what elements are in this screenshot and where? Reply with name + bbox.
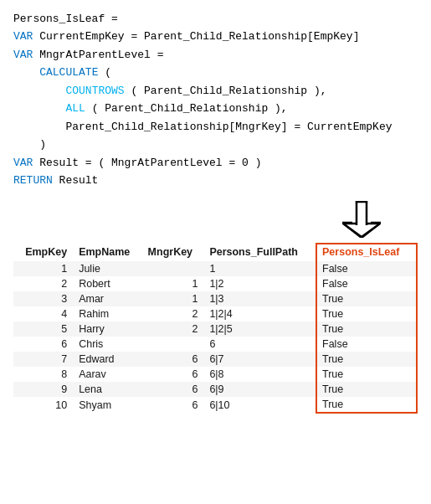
- cell-mngrkey: [143, 261, 205, 276]
- code-line-7: Parent_Child_Relationship[MngrKey] = Cur…: [13, 118, 418, 136]
- cell-empname: Julie: [74, 261, 142, 276]
- cell-isleaf: True: [316, 306, 417, 321]
- cell-fullpath: 1: [204, 261, 316, 276]
- cell-isleaf: True: [316, 352, 417, 367]
- cell-fullpath: 6|9: [204, 382, 316, 397]
- cell-empkey: 5: [13, 321, 74, 337]
- code-line-8: ): [13, 136, 418, 153]
- cell-empname: Rahim: [74, 306, 142, 321]
- code-block: Persons_IsLeaf = VAR CurrentEmpKey = Par…: [0, 0, 431, 198]
- code-line-5: COUNTROWS ( Parent_Child_Relationship ),: [13, 82, 418, 100]
- cell-empname: Shyam: [74, 397, 142, 413]
- cell-fullpath: 1|3: [204, 291, 316, 306]
- cell-empname: Robert: [74, 276, 142, 291]
- code-line-4: CALCULATE (: [13, 64, 418, 81]
- col-header-fullpath: Persons_FullPath: [204, 244, 316, 261]
- cell-empkey: 1: [13, 261, 74, 276]
- table-body: 1 Julie 1 False 2 Robert 1 1|2 False 3 A…: [13, 261, 417, 413]
- cell-isleaf: False: [316, 276, 417, 291]
- cell-empkey: 9: [13, 382, 74, 397]
- cell-empname: Edward: [74, 352, 142, 367]
- cell-fullpath: 6|10: [204, 397, 316, 413]
- data-table: EmpKey EmpName MngrKey Persons_FullPath …: [13, 243, 418, 414]
- table-row: 10 Shyam 6 6|10 True: [13, 397, 417, 413]
- cell-mngrkey: 1: [143, 276, 205, 291]
- code-line-6: ALL ( Parent_Child_Relationship ),: [13, 100, 418, 117]
- table-row: 5 Harry 2 1|2|5 True: [13, 321, 417, 337]
- cell-empkey: 8: [13, 367, 74, 382]
- table-row: 7 Edward 6 6|7 True: [13, 352, 417, 367]
- cell-mngrkey: 6: [143, 382, 205, 397]
- cell-mngrkey: 6: [143, 367, 205, 382]
- cell-fullpath: 6|7: [204, 352, 316, 367]
- cell-empkey: 2: [13, 276, 74, 291]
- col-header-empkey: EmpKey: [13, 244, 74, 261]
- cell-empname: Harry: [74, 321, 142, 337]
- cell-empname: Amar: [74, 291, 142, 306]
- code-line-10: RETURN Result: [13, 172, 418, 189]
- cell-mngrkey: 2: [143, 321, 205, 337]
- cell-isleaf: False: [316, 261, 417, 276]
- cell-empkey: 4: [13, 306, 74, 321]
- table-row: 1 Julie 1 False: [13, 261, 417, 276]
- cell-empkey: 10: [13, 397, 74, 413]
- cell-fullpath: 1|2|4: [204, 306, 316, 321]
- cell-mngrkey: 2: [143, 306, 205, 321]
- col-header-mngrkey: MngrKey: [143, 244, 205, 261]
- cell-empkey: 6: [13, 337, 74, 352]
- table-row: 8 Aarav 6 6|8 True: [13, 367, 417, 382]
- table-row: 9 Lena 6 6|9 True: [13, 382, 417, 397]
- cell-fullpath: 1|2: [204, 276, 316, 291]
- cell-fullpath: 6|8: [204, 367, 316, 382]
- table-row: 2 Robert 1 1|2 False: [13, 276, 417, 291]
- cell-fullpath: 1|2|5: [204, 321, 316, 337]
- down-arrow-icon: [342, 201, 381, 238]
- table-row: 4 Rahim 2 1|2|4 True: [13, 306, 417, 321]
- cell-empkey: 3: [13, 291, 74, 306]
- cell-mngrkey: 6: [143, 397, 205, 413]
- table-row: 6 Chris 6 False: [13, 337, 417, 352]
- cell-fullpath: 6: [204, 337, 316, 352]
- code-line-2: VAR CurrentEmpKey = Parent_Child_Relatio…: [13, 28, 418, 45]
- col-header-isleaf: Persons_IsLeaf: [316, 244, 417, 261]
- cell-empkey: 7: [13, 352, 74, 367]
- cell-isleaf: True: [316, 397, 417, 413]
- col-header-empname: EmpName: [74, 244, 142, 261]
- cell-isleaf: True: [316, 291, 417, 306]
- cell-isleaf: True: [316, 382, 417, 397]
- code-line-3: VAR MngrAtParentLevel =: [13, 46, 418, 64]
- arrow-container: [0, 201, 431, 238]
- cell-mngrkey: [143, 337, 205, 352]
- cell-empname: Lena: [74, 382, 142, 397]
- cell-isleaf: True: [316, 367, 417, 382]
- cell-mngrkey: 6: [143, 352, 205, 367]
- cell-isleaf: False: [316, 337, 417, 352]
- cell-isleaf: True: [316, 321, 417, 337]
- table-row: 3 Amar 1 1|3 True: [13, 291, 417, 306]
- cell-empname: Aarav: [74, 367, 142, 382]
- cell-empname: Chris: [74, 337, 142, 352]
- cell-mngrkey: 1: [143, 291, 205, 306]
- code-line-9: VAR Result = ( MngrAtParentLevel = 0 ): [13, 154, 418, 172]
- svg-marker-2: [344, 203, 379, 237]
- code-line-1: Persons_IsLeaf =: [13, 10, 418, 28]
- table-header-row: EmpKey EmpName MngrKey Persons_FullPath …: [13, 244, 417, 261]
- data-table-section: EmpKey EmpName MngrKey Persons_FullPath …: [0, 243, 431, 422]
